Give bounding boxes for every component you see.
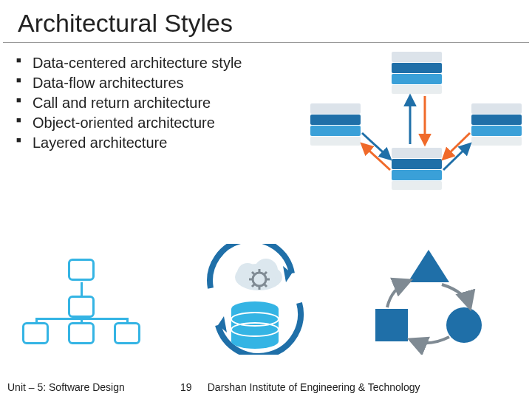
svg-marker-25 (408, 250, 449, 282)
svg-line-5 (443, 144, 470, 170)
svg-line-4 (443, 133, 470, 159)
svg-line-3 (362, 144, 390, 170)
shapes-cycle-icon (362, 244, 495, 355)
footer-unit: Unit – 5: Software Design (7, 381, 125, 393)
page-title: Architectural Styles (3, 0, 529, 43)
svg-rect-26 (375, 309, 408, 341)
svg-line-16 (252, 272, 254, 274)
svg-line-19 (252, 284, 254, 287)
footer: Unit – 5: Software Design 19 Darshan Ins… (0, 381, 532, 393)
arrows-icon (310, 52, 525, 207)
svg-point-27 (446, 307, 482, 343)
svg-line-18 (265, 272, 267, 274)
svg-line-17 (265, 284, 267, 287)
cloud-db-icon (188, 244, 321, 355)
data-centered-diagram (310, 52, 525, 207)
hierarchy-icon (22, 259, 155, 347)
svg-line-2 (362, 133, 390, 159)
page-number: 19 (169, 381, 203, 393)
footer-institute: Darshan Institute of Engineering & Techn… (208, 381, 525, 393)
